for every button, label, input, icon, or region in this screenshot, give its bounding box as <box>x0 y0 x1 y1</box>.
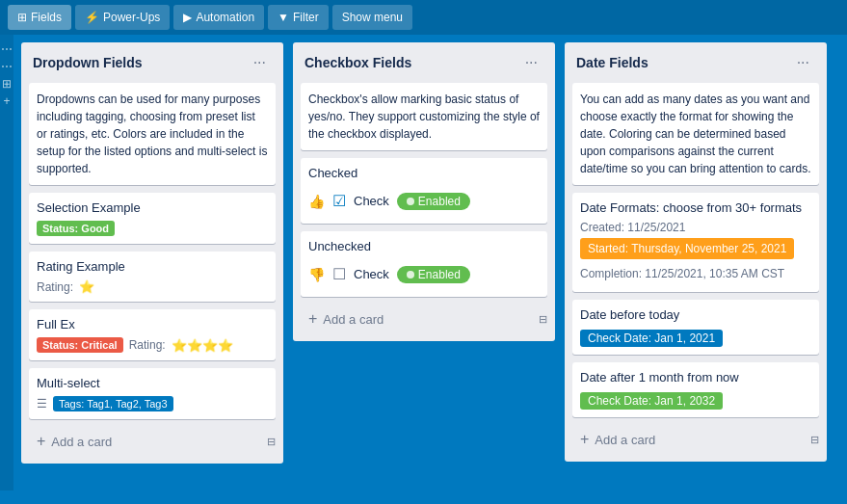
dropdown-add-card-row: + Add a card ⊟ <box>29 427 276 456</box>
unchecked-checkbox-icon: ☐ <box>332 265 346 283</box>
date-fields-description: You can add as many dates as you want an… <box>572 83 819 185</box>
date-started-row: Started: Thursday, November 25, 2021 <box>580 238 811 263</box>
unchecked-enabled-badge: Enabled <box>397 266 470 283</box>
dropdown-fields-column: Dropdown Fields ··· Dropdowns can be use… <box>21 42 283 464</box>
tags-badge: Tags: Tag1, Tag2, Tag3 <box>53 396 173 411</box>
show-menu-label: Show menu <box>342 11 403 24</box>
checkbox-fields-menu-button[interactable]: ··· <box>519 52 543 73</box>
boards-area: Dropdown Fields ··· Dropdowns can be use… <box>13 35 834 491</box>
sidebar-icon-1[interactable]: ⋯ <box>1 42 13 56</box>
date-fields-column: Date Fields ··· You can add as many date… <box>565 42 827 462</box>
checked-section-label: Checked <box>308 166 540 180</box>
checked-checkbox-icon: ☑ <box>332 192 346 210</box>
unchecked-card[interactable]: Unchecked 👎 ☐ Check Enabled <box>301 231 547 297</box>
automation-button[interactable]: ▶ Automation <box>173 5 264 30</box>
tags-icon: ☰ <box>37 397 47 411</box>
rating-example-meta: Rating: ⭐ <box>37 279 268 294</box>
checked-enabled-badge: Enabled <box>397 193 470 210</box>
add-card-plus-icon: + <box>37 433 45 450</box>
power-ups-label: Power-Ups <box>103 11 160 24</box>
checkbox-fields-column: Checkbox Fields ··· Checkbox's allow mar… <box>293 42 555 341</box>
checkbox-card-template-icon[interactable]: ⊟ <box>539 313 547 326</box>
thumbs-down-icon: 👎 <box>308 267 325 282</box>
dropdown-fields-menu-button[interactable]: ··· <box>248 52 272 73</box>
dropdown-fields-title: Dropdown Fields <box>33 55 143 70</box>
unchecked-check-label: Check <box>354 267 389 281</box>
checkbox-fields-title: Checkbox Fields <box>304 55 411 70</box>
full-ex-rating-label: Rating: <box>129 338 166 352</box>
rating-example-title: Rating Example <box>37 259 268 274</box>
checkbox-add-card-button[interactable]: + Add a card <box>301 305 539 333</box>
dropdown-add-card-button[interactable]: + Add a card <box>29 427 267 456</box>
thumbs-up-icon: 👍 <box>308 194 325 209</box>
dropdown-card-template-icon[interactable]: ⊟ <box>267 436 276 448</box>
fields-label: Fields <box>31 11 62 24</box>
date-add-card-button[interactable]: + Add a card <box>572 425 810 454</box>
fields-button[interactable]: ⊞ Fields <box>8 5 71 30</box>
full-ex-rating-stars: ⭐⭐⭐⭐ <box>172 338 233 353</box>
date-started-badge: Started: Thursday, November 25, 2021 <box>580 238 794 259</box>
checkbox-fields-header: Checkbox Fields ··· <box>301 50 547 75</box>
date-before-today-card[interactable]: Date before today Check Date: Jan 1, 202… <box>572 300 819 355</box>
selection-example-card[interactable]: Selection Example Status: Good <box>29 193 276 244</box>
fields-icon: ⊞ <box>17 11 27 24</box>
date-add-plus-icon: + <box>580 431 589 448</box>
filter-button[interactable]: ▼ Filter <box>268 5 329 30</box>
rating-stars: ⭐ <box>79 279 94 294</box>
date-after-month-card[interactable]: Date after 1 month from now Check Date: … <box>572 362 819 417</box>
date-formats-card[interactable]: Date Formats: choose from 30+ formats Cr… <box>572 193 819 292</box>
automation-label: Automation <box>196 11 254 24</box>
selection-example-meta: Status: Good <box>37 221 268 236</box>
selection-status-badge: Status: Good <box>37 221 115 236</box>
full-ex-meta: Status: Critical Rating: ⭐⭐⭐⭐ <box>37 337 268 353</box>
sidebar-icon-2[interactable]: ⋯ <box>1 60 13 73</box>
date-formats-title: Date Formats: choose from 30+ formats <box>580 200 811 215</box>
date-before-badge: Check Date: Jan 1, 2021 <box>580 330 723 347</box>
date-after-month-title: Date after 1 month from now <box>580 370 811 385</box>
date-after-badge-row: Check Date: Jan 1, 2032 <box>580 390 811 410</box>
show-menu-button[interactable]: Show menu <box>332 5 412 30</box>
date-fields-header: Date Fields ··· <box>572 50 819 75</box>
full-ex-status-badge: Status: Critical <box>37 337 123 353</box>
rating-example-card[interactable]: Rating Example Rating: ⭐ <box>29 252 276 302</box>
checkbox-add-card-row: + Add a card ⊟ <box>301 305 547 333</box>
sidebar-icon-4[interactable]: + <box>3 94 10 108</box>
dropdown-fields-header: Dropdown Fields ··· <box>29 50 276 75</box>
sidebar-icon-3[interactable]: ⊞ <box>2 77 12 91</box>
dropdown-fields-description: Dropdowns can be used for many purposes … <box>29 83 276 185</box>
checked-card[interactable]: Checked 👍 ☑ Check Enabled <box>301 158 547 224</box>
date-fields-title: Date Fields <box>576 55 648 70</box>
toolbar: ⊞ Fields ⚡ Power-Ups ▶ Automation ▼ Filt… <box>0 0 847 35</box>
power-ups-icon: ⚡ <box>85 11 99 24</box>
checked-row: 👍 ☑ Check Enabled <box>308 186 540 216</box>
unchecked-section-label: Unchecked <box>308 239 540 253</box>
date-before-today-title: Date before today <box>580 307 811 322</box>
checkbox-add-card-label: Add a card <box>323 312 384 327</box>
full-ex-title: Full Ex <box>37 317 268 332</box>
filter-label: Filter <box>293 11 319 24</box>
selection-example-title: Selection Example <box>37 200 268 215</box>
date-completion-label: Completion: 11/25/2021, 10:35 AM CST <box>580 267 811 280</box>
date-add-card-label: Add a card <box>595 433 655 447</box>
boards-wrapper: ⋯ ⋯ ⊞ + Dropdown Fields ··· Dropdowns ca… <box>0 35 847 491</box>
checkbox-fields-description: Checkbox's allow marking basic status of… <box>301 83 547 150</box>
filter-icon: ▼ <box>278 11 289 24</box>
date-card-template-icon[interactable]: ⊟ <box>810 434 819 446</box>
checked-check-label: Check <box>354 194 389 208</box>
date-after-badge: Check Date: Jan 1, 2032 <box>580 392 723 410</box>
unchecked-row: 👎 ☐ Check Enabled <box>308 259 540 289</box>
multi-select-title: Multi-select <box>37 376 268 390</box>
multi-select-meta: ☰ Tags: Tag1, Tag2, Tag3 <box>37 396 268 411</box>
date-add-card-row: + Add a card ⊟ <box>572 425 819 454</box>
full-ex-card[interactable]: Full Ex Status: Critical Rating: ⭐⭐⭐⭐ <box>29 309 276 360</box>
dropdown-add-card-label: Add a card <box>51 435 112 449</box>
multi-select-card[interactable]: Multi-select ☰ Tags: Tag1, Tag2, Tag3 <box>29 368 276 419</box>
automation-icon: ▶ <box>183 11 192 24</box>
date-created-label: Created: 11/25/2021 <box>580 221 811 234</box>
date-fields-menu-button[interactable]: ··· <box>791 52 815 73</box>
date-before-badge-row: Check Date: Jan 1, 2021 <box>580 328 811 347</box>
rating-label: Rating: <box>37 280 73 294</box>
left-sidebar: ⋯ ⋯ ⊞ + <box>0 35 13 491</box>
power-ups-button[interactable]: ⚡ Power-Ups <box>75 5 170 30</box>
checkbox-add-plus-icon: + <box>308 310 317 328</box>
